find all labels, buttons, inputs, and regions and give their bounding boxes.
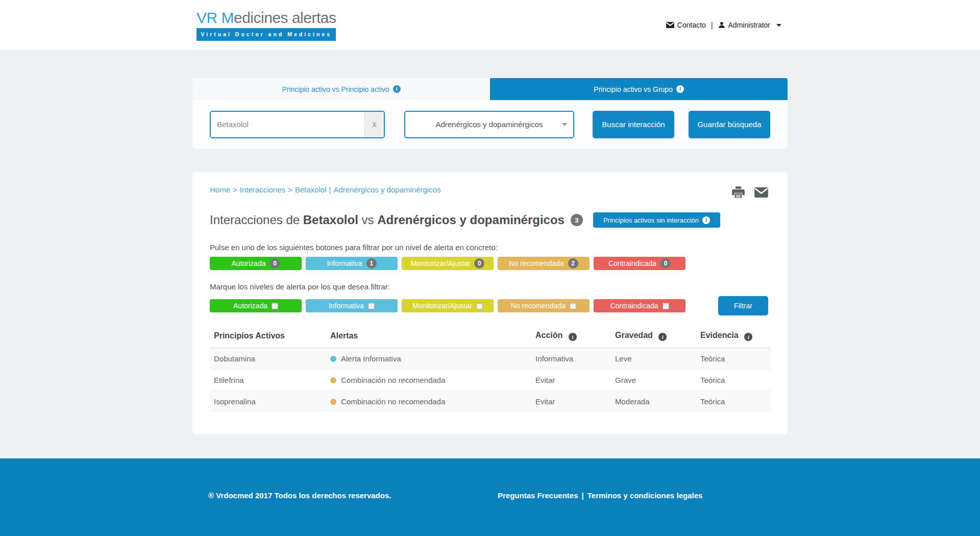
alert-level-checkboxes: Autorizada Informativa Monitorizar/Ajust… — [210, 296, 770, 315]
cell-principio: Isoprenalina — [210, 391, 326, 412]
level-label: Monitorizar/Ajustar — [411, 259, 471, 267]
filter-button-no-recomendada[interactable]: No recomendada2 — [498, 257, 590, 270]
title-prefix: Interacciones de — [210, 213, 300, 227]
contact-link[interactable]: Contacto — [666, 21, 706, 29]
alert-dot-icon — [330, 377, 336, 383]
footer-links: Preguntas Frecuentes|Terminos y condicio… — [498, 491, 702, 500]
app-header: VR Medicines alertas Virtual Doctor and … — [0, 0, 980, 50]
column-header-principios: Principios Activos — [210, 326, 326, 348]
logo-blue-part: VR M — [197, 9, 234, 26]
level-label: Informativa — [327, 259, 362, 267]
user-menu[interactable]: Administrator — [718, 21, 781, 29]
cell-gravedad: Moderada — [611, 391, 696, 412]
table-row: Isoprenalina Combinación no recomendada … — [210, 391, 770, 412]
cell-accion: Evitar — [531, 370, 611, 391]
main-area: Principio activo vs Principio activo Pri… — [0, 50, 980, 458]
checkbox[interactable] — [368, 303, 375, 309]
cell-evidencia: Teórica — [696, 370, 770, 391]
info-icon — [569, 333, 577, 341]
info-icon — [744, 333, 752, 341]
filter-button-monitorizar[interactable]: Monitorizar/Ajustar0 — [402, 257, 494, 270]
clear-search-button[interactable]: X — [364, 112, 384, 137]
faq-link[interactable]: Preguntas Frecuentes — [498, 491, 578, 500]
top-nav: Contacto | Administrator — [666, 21, 781, 29]
column-header-evidencia: Evidencia — [696, 326, 770, 348]
group-select-value: Adrenérgicos y dopaminérgicos — [435, 120, 543, 129]
cell-evidencia: Teórica — [696, 391, 770, 412]
checkbox[interactable] — [663, 303, 669, 309]
logo-gray-part: edicines alertas — [234, 9, 336, 26]
checkbox[interactable] — [476, 303, 483, 309]
info-icon — [658, 333, 667, 341]
contact-label: Contacto — [677, 21, 706, 29]
level-label: No recomendada — [511, 302, 566, 310]
email-icon[interactable] — [754, 187, 768, 198]
title-group: Adrenérgicos y dopaminérgicos — [377, 213, 565, 227]
cell-alerta: Combinación no recomendada — [326, 370, 531, 391]
cell-gravedad: Grave — [611, 370, 696, 391]
drug-search-input[interactable] — [211, 112, 364, 137]
breadcrumb: Home>Interacciones>Betaxolol|Adrenérgico… — [210, 185, 441, 194]
filter-click-instruction: Pulse en uno de los siguientes botones p… — [210, 243, 770, 252]
count-badge: 1 — [366, 258, 377, 269]
select-arrow-icon — [562, 123, 567, 126]
footer-divider: | — [582, 491, 584, 500]
cell-accion: Evitar — [531, 391, 611, 412]
interaction-count-badge: 3 — [571, 214, 583, 226]
info-icon — [676, 85, 684, 93]
breadcrumb-group[interactable]: Adrenérgicos y dopaminérgicos — [333, 185, 440, 194]
check-button-no-recomendada[interactable]: No recomendada — [498, 299, 590, 312]
column-header-alertas: Alertas — [326, 326, 531, 348]
info-icon — [702, 216, 710, 224]
breadcrumb-drug[interactable]: Betaxolol — [295, 185, 327, 194]
breadcrumb-interacciones[interactable]: Interacciones — [240, 185, 285, 194]
no-interaction-button[interactable]: Principios activos sin interacción — [593, 212, 720, 228]
breadcrumb-separator: > — [288, 185, 292, 194]
user-label: Administrator — [728, 21, 770, 29]
save-search-button[interactable]: Guardar búsqueda — [689, 111, 770, 138]
interaction-tabs: Principio activo vs Principio activo Pri… — [192, 78, 788, 100]
check-button-monitorizar[interactable]: Monitorizar/Ajustar — [402, 299, 494, 312]
cell-gravedad: Leve — [611, 348, 696, 370]
drug-search-group: X — [210, 111, 385, 138]
filtrar-button[interactable]: Filtrar — [718, 296, 768, 315]
check-button-autorizada[interactable]: Autorizada — [210, 299, 302, 312]
breadcrumb-separator: | — [329, 185, 331, 194]
cell-alerta: Combinación no recomendada — [326, 391, 531, 412]
filter-button-contraindicada[interactable]: Contraindicada0 — [594, 257, 685, 270]
table-row: Dobutamina Alerta Informativa Informativ… — [210, 348, 770, 370]
level-label: Contraindicada — [608, 259, 656, 267]
filter-button-autorizada[interactable]: Autorizada0 — [210, 257, 302, 270]
level-label: Informativa — [329, 302, 364, 310]
app-logo[interactable]: VR Medicines alertas Virtual Doctor and … — [197, 9, 336, 41]
copyright-text: ® Vrdocmed 2017 Todos los derechos reser… — [208, 491, 391, 500]
level-label: Autorizada — [232, 259, 266, 267]
nav-divider: | — [711, 21, 713, 29]
level-label: Contraindicada — [610, 302, 658, 310]
tab-principio-vs-grupo[interactable]: Principio activo vs Grupo — [490, 78, 788, 100]
alert-dot-icon — [330, 356, 336, 362]
search-panel: X Adrenérgicos y dopaminérgicos Buscar i… — [192, 100, 788, 149]
checkbox[interactable] — [570, 303, 576, 309]
app-logo-text: VR Medicines alertas — [197, 9, 336, 27]
check-button-contraindicada[interactable]: Contraindicada — [594, 299, 685, 312]
checkbox[interactable] — [272, 303, 278, 309]
cell-alerta: Alerta Informativa — [326, 348, 531, 370]
print-icon[interactable] — [731, 185, 745, 199]
table-row: Etilefrina Combinación no recomendada Ev… — [210, 370, 770, 391]
terms-link[interactable]: Terminos y condiciones legales — [587, 491, 703, 500]
cell-evidencia: Teórica — [696, 348, 770, 370]
count-badge: 0 — [660, 258, 671, 269]
filter-button-informativa[interactable]: Informativa1 — [306, 257, 398, 270]
check-button-informativa[interactable]: Informativa — [306, 299, 398, 312]
group-select[interactable]: Adrenérgicos y dopaminérgicos — [404, 111, 574, 138]
tab-principio-vs-principio[interactable]: Principio activo vs Principio activo — [192, 78, 490, 100]
alert-level-buttons: Autorizada0 Informativa1 Monitorizar/Aju… — [210, 257, 770, 270]
search-interaction-button[interactable]: Buscar interacción — [593, 111, 674, 138]
level-label: Autorizada — [233, 302, 267, 310]
title-drug: Betaxolol — [303, 213, 358, 227]
level-label: Monitorizar/Ajustar — [412, 302, 472, 310]
cell-accion: Informativa — [531, 348, 611, 370]
breadcrumb-home[interactable]: Home — [210, 185, 230, 194]
tab-label: Principio activo vs Principio activo — [282, 85, 389, 93]
